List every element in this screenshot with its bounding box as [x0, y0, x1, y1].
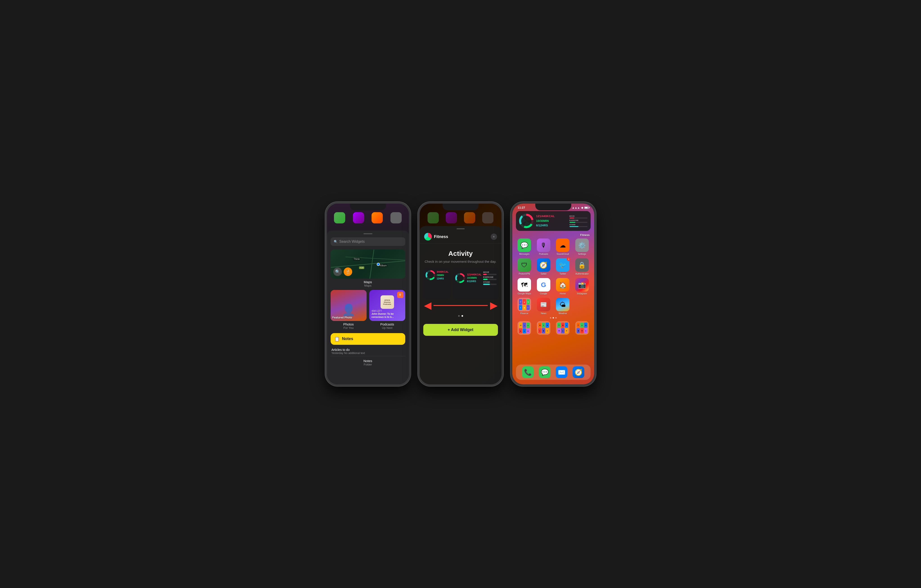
map-label-thirsk: Thirsk	[353, 258, 360, 260]
map-location-dot	[377, 263, 380, 266]
hrs-stat: 12HRS	[437, 277, 449, 280]
map-a19-label: A19	[359, 266, 364, 269]
folder-icon-1: 🦋 ✦ ★ ◆ ◈ ✿	[517, 321, 531, 335]
finance-folder-icon: P ◆ $ ◈ ◆ ✦	[517, 298, 531, 311]
arrow-line	[433, 305, 488, 306]
podcast-time-left: 46M LEFT	[371, 310, 403, 312]
phone1: 🔍 Search Widgets Thirsk Kilburn A19	[325, 202, 411, 386]
google-maps-label: Google Maps	[518, 292, 531, 295]
instagram-icon: 📸	[575, 278, 589, 292]
notch3	[537, 204, 569, 210]
phone2-screen: Fitness × Activity Check in on your move…	[420, 204, 501, 384]
left-arrow-icon: ◀	[424, 300, 431, 311]
featured-photo-label: Featured Photo	[332, 316, 352, 319]
photo-widget[interactable]: Featured Photo	[330, 290, 366, 321]
app-grid-row1: 💬 Messages 🎙 Podcasts ☁ SoundCloud ⚙️ Se…	[513, 237, 594, 257]
bottom-folder-2[interactable]: ◆ ● ■ ▲ ◆ ●	[535, 321, 552, 335]
map-widget[interactable]: Thirsk Kilburn A19 🔍 🍴	[330, 250, 405, 279]
dock-safari[interactable]: 🧭	[573, 366, 584, 378]
min-stat-large: 10/30MIN	[467, 276, 481, 279]
app-home[interactable]: 🏠 Home	[555, 278, 571, 295]
fitness-app-icon	[424, 233, 432, 240]
podcast-widget[interactable]: 🎙 UPAYADharmaPodcasts 46M LEFT John Dunn…	[369, 290, 405, 321]
stand-bar-section: STAND	[570, 224, 587, 227]
wifi-icon: ◈	[581, 206, 583, 209]
map-buttons: 🔍 🍴	[333, 268, 352, 276]
folder-icon-3: G ◆ ● ■ ▲ ★	[556, 321, 570, 335]
activity-ring-small	[426, 270, 435, 280]
podcasts-widget-container: 🎙 UPAYADharmaPodcasts 46M LEFT John Dunn…	[369, 290, 405, 332]
fitness-widget-previews: 3/440KCAL /30MIN 12HRS	[420, 268, 501, 299]
fitness-section-label: Fitness	[513, 232, 594, 237]
signal-icon: ▲▲▲	[572, 206, 580, 209]
notch2	[445, 204, 476, 210]
exercise-bar	[483, 279, 496, 280]
map-search-btn[interactable]: 🔍	[333, 268, 342, 276]
twitter-badge: 1	[567, 257, 570, 261]
app-weather[interactable]: 🌤 Weather	[555, 298, 571, 315]
photos-widget-container: Featured Photo Photos For You	[330, 290, 366, 332]
stand-label: STAND	[483, 281, 496, 283]
app-twitter[interactable]: 🐦 1 Twitter	[555, 258, 571, 275]
app-messages[interactable]: 💬 Messages	[516, 239, 533, 255]
dock-messages[interactable]: 💬	[539, 366, 551, 378]
bottom-folder-3[interactable]: G ◆ ● ■ ▲ ★	[555, 321, 571, 335]
widget-sheet[interactable]: 🔍 Search Widgets Thirsk Kilburn A19	[327, 231, 409, 384]
move-bar-section: MOVE	[570, 215, 587, 218]
safari-label: Safari	[541, 273, 547, 275]
notes-section-sublabel: Folder	[330, 363, 405, 366]
fitness-modal[interactable]: Fitness × Activity Check in on your move…	[420, 226, 501, 384]
app-finance-folder[interactable]: P ◆ $ ◈ ◆ ✦ Finance	[516, 298, 533, 315]
app-podcasts[interactable]: 🎙 Podcasts	[535, 239, 552, 255]
app-google-maps[interactable]: 🗺 Google Maps	[516, 278, 533, 295]
app-soundcloud[interactable]: ☁ SoundCloud	[555, 239, 571, 255]
activity-title-section: Activity Check in on your movement throu…	[420, 244, 501, 268]
notes-widget[interactable]: 📋 Notes	[330, 333, 405, 345]
app-grid-row2: 🛡 ProtonVPN 🧭 Safari 🐦 1 Twitter 🔒 A	[513, 257, 594, 276]
google-maps-icon: 🗺	[517, 278, 531, 292]
fitness-homescreen-widget[interactable]: 121/440KCAL 10/30MIN 6/12HRS MOVE EXERCI…	[516, 211, 591, 231]
ring-stats-large: 121/440KCAL 10/30MIN 6/12HRS	[467, 273, 481, 283]
move-label: MOVE	[483, 271, 496, 273]
stand-label-hs: STAND	[570, 224, 576, 226]
google-label: Google	[540, 292, 547, 295]
app-settings[interactable]: ⚙️ Settings	[573, 239, 591, 255]
twitter-label: Twitter	[560, 273, 566, 275]
app-protonvpn[interactable]: 🛡 ProtonVPN	[516, 258, 533, 275]
messages-icon: 💬	[517, 239, 531, 252]
map-widget-name: Maps	[330, 280, 405, 284]
safari-icon: 🧭	[537, 258, 550, 272]
bottom-folder-4[interactable]: G ▲ ◈ ◆ ■ ●	[573, 321, 591, 335]
dock-mail[interactable]: ✉️	[556, 366, 568, 378]
status-icons: ▲▲▲ ◈	[572, 206, 589, 209]
search-bar[interactable]: 🔍 Search Widgets	[330, 237, 405, 246]
notes-label: Notes	[342, 336, 353, 341]
kcal-stat-large: 121/440KCAL	[467, 273, 481, 276]
modal-close-btn[interactable]: ×	[491, 234, 497, 240]
pagination-dots	[420, 312, 501, 320]
app-instagram[interactable]: 📸 Instagram	[573, 278, 591, 295]
podcast-app-icon: 🎙	[397, 292, 404, 298]
app-safari[interactable]: 🧭 Safari	[535, 258, 552, 275]
bottom-folder-1[interactable]: 🦋 ✦ ★ ◆ ◈ ✿	[516, 321, 533, 335]
app-news[interactable]: 📰 News	[535, 298, 552, 315]
map-widget-sublabel: Maps	[330, 284, 405, 287]
page-dot-1	[550, 317, 551, 318]
notes-list-item: Articles to do Yesterday No additional t…	[330, 347, 405, 356]
dock-phone[interactable]: 📞	[522, 366, 534, 378]
instagram-label: Instagram	[577, 292, 587, 295]
add-widget-button[interactable]: + Add Widget	[423, 324, 498, 336]
phone3: 11:27 ▲▲▲ ◈ 121/440KCAL 10/30MIN 6/12	[511, 202, 596, 386]
map-label-kilburn: Kilburn	[379, 264, 387, 267]
map-fork-btn[interactable]: 🍴	[344, 268, 352, 276]
move-bar	[483, 274, 496, 275]
phone3-screen: 11:27 ▲▲▲ ◈ 121/440KCAL 10/30MIN 6/12	[513, 204, 594, 384]
app-google[interactable]: G Google	[535, 278, 552, 295]
app-authenticator[interactable]: 🔒 Authenticator	[573, 258, 591, 275]
twitter-icon: 🐦 1	[556, 258, 570, 272]
stand-bar	[483, 284, 496, 285]
podcasts-icon: 🎙	[537, 239, 550, 252]
news-label: News	[541, 312, 546, 315]
messages-label: Messages	[519, 253, 529, 255]
fitness-stats-col: 121/440KCAL 10/30MIN 6/12HRS	[536, 214, 567, 228]
